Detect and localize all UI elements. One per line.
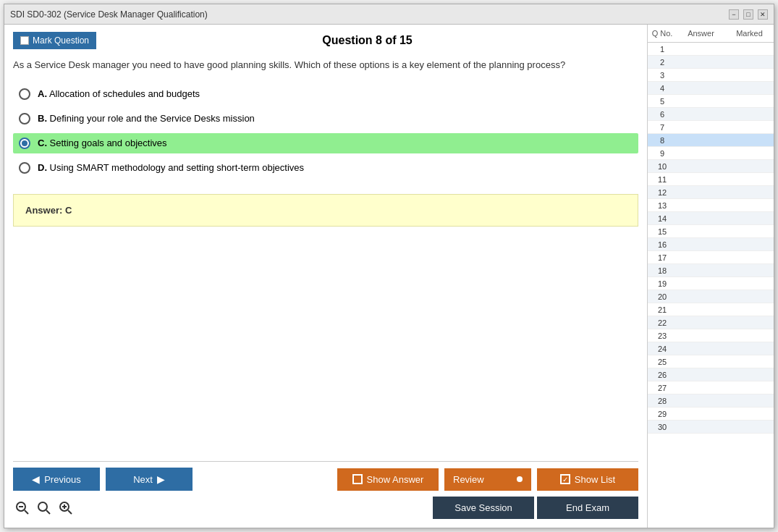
question-list-row-20[interactable]: 20: [648, 290, 774, 303]
maximize-button[interactable]: □: [743, 9, 753, 20]
radio-b: [19, 113, 30, 124]
zoom-in-button[interactable]: [56, 499, 75, 518]
zoom-normal-button[interactable]: [35, 499, 54, 518]
header-q-no: Q No.: [648, 28, 677, 39]
mark-checkbox-icon: [20, 36, 29, 45]
question-list-row-13[interactable]: 13: [648, 199, 774, 212]
question-list-row-26[interactable]: 26: [648, 368, 774, 381]
q-marked: [725, 264, 774, 276]
q-answer: [677, 82, 725, 94]
q-marked: [725, 408, 774, 420]
options-list: A. Allocation of schedules and budgets B…: [13, 84, 638, 182]
q-marked: [725, 160, 774, 172]
question-list-row-24[interactable]: 24: [648, 342, 774, 355]
q-answer: [677, 134, 725, 146]
option-d[interactable]: D. Using SMART methodology and setting s…: [13, 158, 638, 178]
option-a[interactable]: A. Allocation of schedules and budgets: [13, 84, 638, 104]
question-list-row-17[interactable]: 17: [648, 251, 774, 264]
svg-line-2: [25, 510, 28, 514]
svg-point-3: [38, 502, 47, 511]
q-num: 24: [648, 342, 677, 355]
mark-question-button[interactable]: Mark Question: [13, 32, 96, 49]
right-panel: Q No. Answer Marked 12345678910111213141…: [647, 25, 774, 528]
question-list-row-6[interactable]: 6: [648, 108, 774, 121]
option-b[interactable]: B. Defining your role and the Service De…: [13, 109, 638, 129]
question-list-row-19[interactable]: 19: [648, 277, 774, 290]
option-c[interactable]: C. Setting goals and objectives: [13, 133, 638, 153]
question-list-row-12[interactable]: 12: [648, 186, 774, 199]
q-num: 23: [648, 329, 677, 342]
question-list-row-28[interactable]: 28: [648, 394, 774, 408]
q-marked: [725, 251, 774, 263]
window-controls: − □ ✕: [729, 9, 768, 20]
question-list-row-10[interactable]: 10: [648, 160, 774, 173]
question-list-row-21[interactable]: 21: [648, 303, 774, 316]
question-list-row-1[interactable]: 1: [648, 43, 774, 56]
answer-text: Answer: C: [25, 205, 72, 216]
question-body: As a Service Desk manager you need to ha…: [13, 59, 565, 70]
q-answer: [677, 342, 725, 355]
question-list-row-29[interactable]: 29: [648, 408, 774, 421]
question-list-row-7[interactable]: 7: [648, 121, 774, 134]
option-c-text: C. Setting goals and objectives: [38, 138, 167, 148]
q-answer: [677, 421, 725, 433]
q-num: 1: [648, 43, 677, 55]
q-marked: [725, 342, 774, 355]
previous-button[interactable]: ◀ Previous: [13, 468, 100, 491]
q-num: 4: [648, 82, 677, 94]
q-num: 27: [648, 381, 677, 394]
q-num: 30: [648, 421, 677, 433]
q-marked: [725, 134, 774, 146]
q-marked: [725, 355, 774, 368]
question-list-row-30[interactable]: 30: [648, 421, 774, 434]
q-marked: [725, 368, 774, 381]
question-list-row-9[interactable]: 9: [648, 147, 774, 160]
show-answer-button[interactable]: Show Answer: [337, 468, 439, 491]
option-a-text: A. Allocation of schedules and budgets: [38, 88, 200, 99]
question-list-row-8[interactable]: 8: [648, 134, 774, 147]
q-answer: [677, 108, 725, 120]
question-list-row-2[interactable]: 2: [648, 56, 774, 69]
q-marked: [725, 303, 774, 316]
svg-line-8: [68, 510, 72, 514]
question-list-row-18[interactable]: 18: [648, 264, 774, 277]
show-list-button[interactable]: ✓ Show List: [537, 468, 638, 491]
question-list-row-23[interactable]: 23: [648, 329, 774, 342]
question-list-row-15[interactable]: 15: [648, 225, 774, 238]
q-num: 9: [648, 147, 677, 159]
question-list-row-3[interactable]: 3: [648, 69, 774, 82]
q-answer: [677, 264, 725, 276]
question-list-row-16[interactable]: 16: [648, 238, 774, 251]
q-answer: [677, 329, 725, 342]
review-dot-icon: [517, 476, 523, 482]
question-list-row-25[interactable]: 25: [648, 355, 774, 368]
question-list-row-22[interactable]: 22: [648, 316, 774, 329]
next-button[interactable]: Next ▶: [106, 468, 193, 491]
bottom-bar-row1: ◀ Previous Next ▶ Show Answer Review: [13, 468, 638, 491]
minimize-button[interactable]: −: [729, 9, 739, 20]
zoom-out-button[interactable]: [13, 499, 32, 518]
question-list-row-5[interactable]: 5: [648, 95, 774, 108]
q-answer: [677, 147, 725, 159]
question-list-row-14[interactable]: 14: [648, 212, 774, 225]
q-answer: [677, 290, 725, 303]
zoom-in-icon: [59, 501, 73, 515]
q-num: 11: [648, 173, 677, 185]
show-list-icon: ✓: [560, 474, 570, 484]
q-num: 3: [648, 69, 677, 81]
end-exam-button[interactable]: End Exam: [537, 497, 638, 519]
save-session-button[interactable]: Save Session: [433, 497, 534, 519]
save-session-label: Save Session: [454, 502, 512, 513]
question-list-row-4[interactable]: 4: [648, 82, 774, 95]
answer-box: Answer: C: [13, 194, 638, 227]
review-button[interactable]: Review: [444, 468, 531, 491]
q-answer: [677, 368, 725, 381]
question-list-row-27[interactable]: 27: [648, 381, 774, 394]
q-marked: [725, 186, 774, 198]
question-list-row-11[interactable]: 11: [648, 173, 774, 186]
q-answer: [677, 394, 725, 407]
q-num: 17: [648, 251, 677, 263]
radio-d: [19, 162, 30, 174]
q-num: 16: [648, 238, 677, 250]
close-button[interactable]: ✕: [758, 9, 768, 20]
